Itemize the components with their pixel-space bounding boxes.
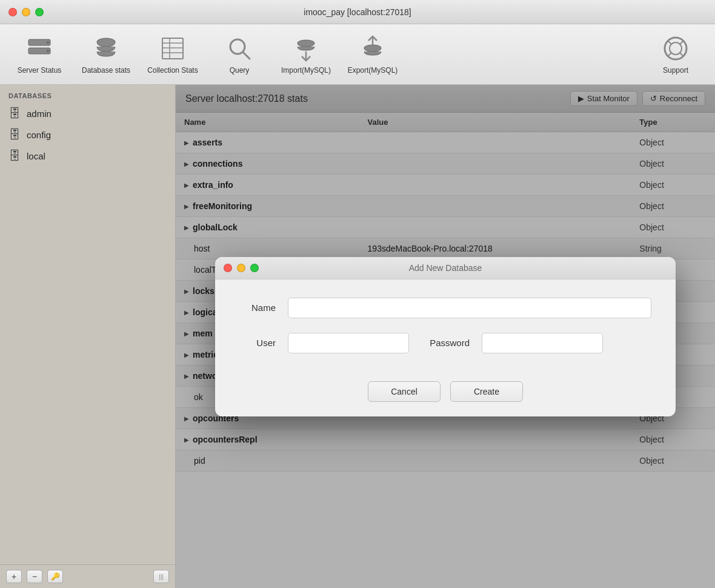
toolbar-item-export-mysql[interactable]: Export(MySQL) [339, 27, 406, 82]
svg-point-2 [47, 41, 49, 44]
modal-maximize-button[interactable] [250, 264, 259, 272]
close-button[interactable] [8, 8, 17, 16]
toolbar-label-server-status: Server Status [18, 66, 62, 75]
sidebar: DATABASES 🗄 admin 🗄 config 🗄 local + − 🔑… [0, 85, 176, 588]
toolbar-item-support[interactable]: Support [642, 27, 709, 82]
toolbar-item-import-mysql[interactable]: Import(MySQL) [273, 27, 339, 82]
toolbar-label-import-mysql: Import(MySQL) [281, 66, 331, 75]
add-database-modal: Add New Database Name User Password [215, 257, 676, 416]
user-password-form-row: User Password [239, 333, 651, 353]
resize-handle[interactable]: ||| [153, 570, 169, 583]
toolbar-label-database-stats: Database stats [82, 66, 130, 75]
minimize-button[interactable] [22, 8, 30, 16]
modal-overlay: Add New Database Name User Password [176, 85, 715, 588]
toolbar-label-query: Query [230, 66, 250, 75]
query-icon [225, 35, 253, 62]
main-layout: DATABASES 🗄 admin 🗄 config 🗄 local + − 🔑… [0, 85, 715, 588]
svg-line-19 [680, 41, 683, 44]
password-input[interactable] [482, 333, 603, 353]
toolbar-label-collection-stats: Collection Stats [147, 66, 198, 75]
svg-line-21 [680, 53, 683, 56]
config-label: config [27, 130, 51, 140]
toolbar-item-database-stats[interactable]: Database stats [73, 27, 139, 82]
user-input[interactable] [288, 333, 409, 353]
database-name-input[interactable] [288, 298, 651, 318]
key-button[interactable]: 🔑 [47, 570, 63, 583]
svg-point-3 [47, 50, 49, 52]
admin-label: admin [27, 109, 52, 119]
toolbar-item-collection-stats[interactable]: Collection Stats [139, 27, 206, 82]
modal-close-button[interactable] [224, 264, 232, 272]
svg-rect-5 [162, 38, 183, 59]
modal-body: Name User Password [215, 279, 676, 372]
cancel-button[interactable]: Cancel [368, 381, 441, 402]
name-form-row: Name [239, 298, 651, 318]
sidebar-item-config[interactable]: 🗄 config [0, 124, 175, 145]
modal-titlebar: Add New Database [215, 257, 676, 279]
toolbar-label-support: Support [663, 66, 688, 75]
content-area: Server localhost:27018 stats ▶ Stat Moni… [176, 85, 715, 588]
modal-traffic-lights [224, 264, 259, 272]
svg-line-11 [243, 52, 250, 59]
sidebar-header: DATABASES [0, 85, 175, 103]
server-status-icon [25, 35, 53, 62]
add-database-button[interactable]: + [6, 570, 22, 583]
local-db-icon: 🗄 [8, 149, 21, 163]
export-mysql-icon [359, 35, 387, 62]
collection-stats-icon [159, 35, 187, 62]
sidebar-item-local[interactable]: 🗄 local [0, 145, 175, 167]
database-stats-icon [92, 35, 120, 62]
titlebar: imooc_pay [localhost:27018] [0, 0, 715, 24]
modal-footer: Cancel Create [215, 372, 676, 416]
create-button[interactable]: Create [450, 381, 523, 402]
sidebar-item-admin[interactable]: 🗄 admin [0, 103, 175, 124]
toolbar-label-export-mysql: Export(MySQL) [348, 66, 398, 75]
password-label: Password [421, 338, 470, 348]
config-db-icon: 🗄 [8, 128, 21, 142]
window-title: imooc_pay [localhost:27018] [304, 7, 411, 17]
toolbar: Server Status Database stats Collection … [0, 24, 715, 85]
svg-line-20 [668, 53, 671, 56]
admin-db-icon: 🗄 [8, 107, 21, 121]
name-label: Name [239, 302, 276, 313]
toolbar-item-server-status[interactable]: Server Status [6, 27, 73, 82]
user-label: User [239, 338, 276, 348]
svg-line-18 [668, 41, 671, 44]
local-label: local [27, 151, 45, 161]
modal-minimize-button[interactable] [237, 264, 245, 272]
modal-title: Add New Database [409, 263, 482, 273]
maximize-button[interactable] [35, 8, 44, 16]
import-mysql-icon [292, 35, 320, 62]
support-icon [662, 35, 690, 62]
remove-database-button[interactable]: − [27, 570, 42, 583]
sidebar-footer: + − 🔑 ||| [0, 564, 175, 588]
toolbar-item-query[interactable]: Query [206, 27, 273, 82]
titlebar-buttons [8, 8, 44, 16]
